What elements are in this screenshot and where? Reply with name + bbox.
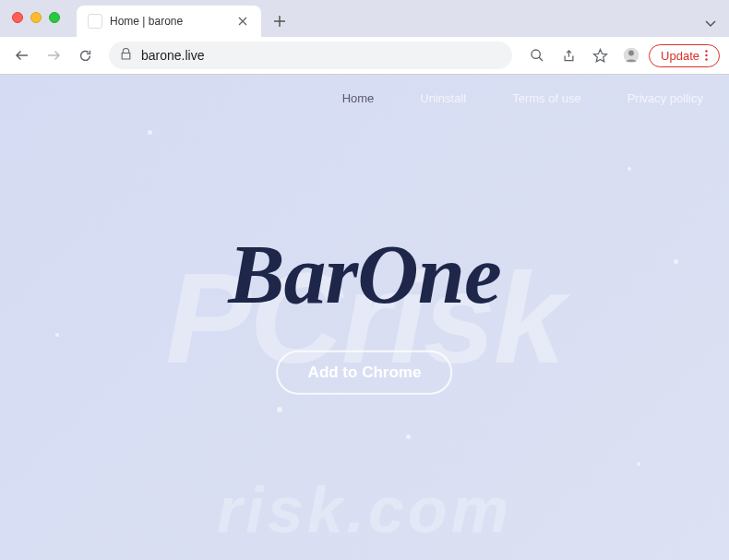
url-text: barone.live — [141, 48, 205, 63]
forward-button[interactable] — [41, 42, 66, 68]
tab-favicon — [88, 14, 102, 29]
star-icon — [592, 48, 608, 64]
watermark-sub: risk.com — [217, 473, 512, 547]
window-controls — [12, 12, 60, 23]
chevron-down-icon — [705, 20, 716, 28]
nav-uninstall[interactable]: Uninstall — [420, 91, 466, 105]
share-icon — [562, 49, 576, 63]
reload-icon — [78, 48, 93, 64]
particle — [277, 407, 282, 412]
particle — [627, 167, 631, 171]
hero-title: BarOne — [228, 224, 501, 322]
zoom-button[interactable] — [523, 42, 551, 69]
reload-button[interactable] — [72, 42, 98, 68]
particle — [406, 435, 411, 439]
share-button[interactable] — [555, 42, 582, 69]
back-button[interactable] — [9, 42, 35, 68]
minimize-window-button[interactable] — [30, 12, 42, 23]
maximize-window-button[interactable] — [49, 12, 60, 23]
particle — [637, 462, 640, 466]
particle — [674, 259, 678, 264]
profile-icon — [622, 46, 640, 65]
particle — [148, 130, 152, 135]
tab-bar: Home | barone — [0, 0, 729, 37]
update-button[interactable]: Update — [649, 44, 720, 67]
tabs-dropdown-button[interactable] — [705, 15, 716, 31]
browser-tab[interactable]: Home | barone — [77, 6, 261, 37]
zoom-icon — [530, 48, 544, 63]
tab-close-button[interactable] — [235, 14, 250, 29]
toolbar-right: Update — [523, 42, 720, 69]
page-nav: Home Uninstall Terms of use Privacy poll… — [342, 91, 703, 105]
particle — [55, 333, 59, 337]
lock-icon — [120, 48, 132, 63]
close-window-button[interactable] — [12, 12, 23, 23]
plus-icon — [273, 15, 286, 28]
address-bar[interactable]: barone.live — [109, 42, 512, 69]
arrow-left-icon — [14, 47, 30, 64]
profile-button[interactable] — [617, 42, 645, 69]
hero: BarOne Add to Chrome — [228, 224, 501, 394]
svg-point-5 — [705, 58, 707, 60]
svg-point-0 — [532, 50, 540, 58]
nav-privacy[interactable]: Privacy pollicy — [627, 91, 703, 105]
bookmark-button[interactable] — [586, 42, 614, 69]
new-tab-button[interactable] — [267, 8, 293, 34]
svg-point-3 — [705, 50, 707, 52]
add-to-chrome-button[interactable]: Add to Chrome — [277, 350, 453, 394]
svg-point-2 — [628, 51, 634, 56]
close-icon — [238, 17, 247, 26]
browser-toolbar: barone.live Update — [0, 37, 729, 74]
svg-point-4 — [705, 54, 707, 56]
arrow-right-icon — [45, 47, 62, 64]
update-label: Update — [661, 49, 699, 63]
kebab-icon — [705, 49, 708, 62]
page-content: PCrisk risk.com Home Uninstall Terms of … — [0, 75, 729, 560]
nav-terms[interactable]: Terms of use — [512, 91, 580, 105]
tab-title: Home | barone — [110, 15, 235, 28]
nav-home[interactable]: Home — [342, 91, 375, 105]
browser-chrome: Home | barone barone.live — [0, 0, 729, 75]
